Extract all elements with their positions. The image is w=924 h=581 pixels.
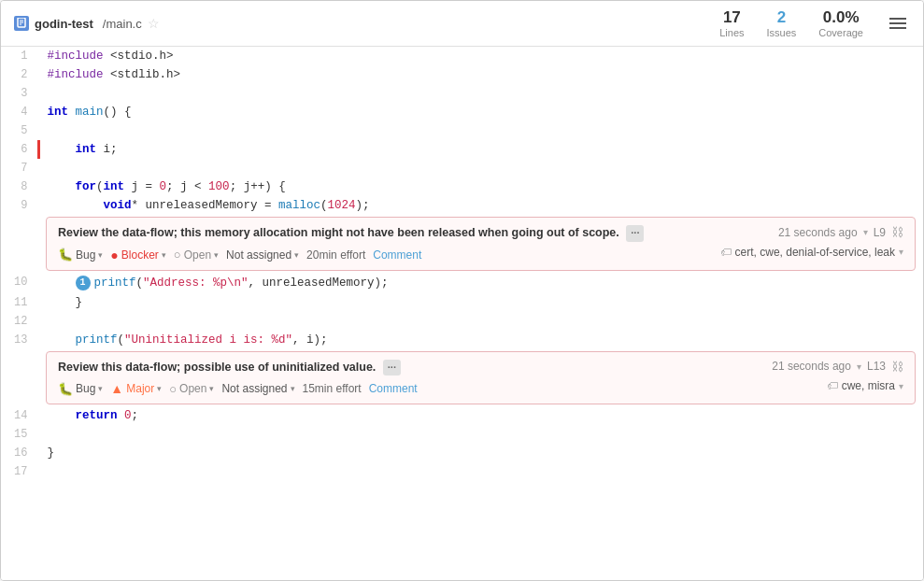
line-number: 10 <box>1 273 38 293</box>
tag-icon-1: 🏷 <box>720 246 732 259</box>
file-path: /main.c <box>103 17 142 31</box>
chevron-down-icon-1[interactable]: ▾ <box>863 227 868 237</box>
line-content <box>38 425 923 444</box>
line-number: 3 <box>1 84 38 103</box>
issue-block-2: Review this data-flow; possible use of u… <box>46 351 916 405</box>
issue-assign-badge-2[interactable]: Not assigned ▾ <box>221 382 294 395</box>
line-content: void* unreleasedMemory = malloc(1024); <box>38 196 923 215</box>
table-row: 3 <box>1 84 923 103</box>
line-content: #include <stdio.h> <box>38 47 923 65</box>
issues-value: 2 <box>777 8 786 27</box>
status-chevron-1[interactable]: ▾ <box>214 250 219 260</box>
line-content: int i; <box>38 140 923 159</box>
issue-dots-2[interactable]: ··· <box>383 360 401 376</box>
issue-type-badge-1[interactable]: 🐛 Bug ▾ <box>58 248 103 262</box>
tags-chevron-2[interactable]: ▾ <box>899 381 903 391</box>
line-content: } <box>38 293 923 312</box>
chevron-down-icon-2[interactable]: ▾ <box>857 361 861 372</box>
line-number: 6 <box>1 140 38 159</box>
lines-value: 17 <box>723 8 741 27</box>
bug-icon-1: 🐛 <box>58 248 73 262</box>
issue-assign-badge-1[interactable]: Not assigned ▾ <box>226 248 299 262</box>
line-content: return 0; <box>38 406 923 425</box>
line-content <box>38 159 923 177</box>
table-row: 17 <box>1 462 923 481</box>
issue-status-badge-2[interactable]: ○ Open ▾ <box>169 382 214 396</box>
issue-title-row-1: Review the data-flow; this memory alloca… <box>58 225 903 242</box>
line-content <box>38 312 923 331</box>
assign-label-2: Not assigned <box>221 382 287 395</box>
issue-row-2: Review this data-flow; possible use of u… <box>1 349 923 407</box>
stat-issues: 2 Issues <box>767 8 797 38</box>
tags-chevron-1[interactable]: ▾ <box>899 247 903 257</box>
link-icon-1[interactable]: ⛓ <box>891 225 903 239</box>
issue-gutter <box>1 215 38 273</box>
line-number: 2 <box>1 65 38 84</box>
stat-coverage: 0.0% Coverage <box>818 8 863 38</box>
line-content: } <box>38 444 923 462</box>
line-content <box>38 84 923 103</box>
line-content: 1printf("Address: %p\n", unreleasedMemor… <box>38 273 923 293</box>
table-row: 2 #include <stdlib.h> <box>1 65 923 84</box>
issue-cell-1: Review the data-flow; this memory alloca… <box>38 215 923 273</box>
line-number: 11 <box>1 293 38 312</box>
line-number: 5 <box>1 121 38 140</box>
star-icon[interactable]: ☆ <box>148 16 160 31</box>
line-content: #include <stdlib.h> <box>38 65 923 84</box>
assign-chevron-1[interactable]: ▾ <box>294 250 299 260</box>
issue-status-badge-1[interactable]: ○ Open ▾ <box>174 248 219 262</box>
assign-chevron-2[interactable]: ▾ <box>291 384 295 393</box>
issue-gutter-2 <box>1 349 38 407</box>
issue-time-2: 21 seconds ago <box>772 360 851 373</box>
line-content: for(int j = 0; j < 100; j++) { <box>38 177 923 196</box>
severity-label-2: Major <box>126 382 154 395</box>
severity-label-1: Blocker <box>121 248 159 262</box>
type-chevron-2[interactable]: ▾ <box>98 384 103 393</box>
severity-chevron-1[interactable]: ▾ <box>162 250 166 260</box>
code-table: 1 #include <stdio.h> 2 #include <stdlib.… <box>1 47 923 481</box>
issue-lineref-1: L9 <box>874 226 886 239</box>
status-chevron-2[interactable]: ▾ <box>209 384 214 393</box>
issue-comment-link-2[interactable]: Comment <box>369 382 418 395</box>
issue-actions-row-1: 🐛 Bug ▾ ● Blocker ▾ <box>58 242 903 262</box>
issue-comment-link-1[interactable]: Comment <box>373 248 421 262</box>
issue-type-badge-2[interactable]: 🐛 Bug ▾ <box>58 382 103 396</box>
project-icon <box>14 16 29 31</box>
menu-button[interactable] <box>886 14 910 33</box>
issue-actions-row-2: 🐛 Bug ▾ ▲ Major ▾ <box>58 376 903 396</box>
line-content: printf("Uninitialized i is: %d", i); <box>38 331 923 349</box>
line-number: 8 <box>1 177 38 196</box>
link-icon-2[interactable]: ⛓ <box>891 360 903 374</box>
tags-label-2[interactable]: 🏷 cwe, misra ▾ <box>827 379 903 392</box>
table-row: 1 #include <stdio.h> <box>1 47 923 65</box>
tags-text-1: cert, cwe, denial-of-service, leak <box>735 246 895 259</box>
line-number: 4 <box>1 103 38 121</box>
status-icon-1: ○ <box>174 248 181 262</box>
line-number: 15 <box>1 425 38 444</box>
line-number: 9 <box>1 196 38 215</box>
bug-icon-2: 🐛 <box>58 382 73 396</box>
line-number: 12 <box>1 312 38 331</box>
status-icon-2: ○ <box>169 382 177 396</box>
line-content <box>38 462 923 481</box>
issue-dots-1[interactable]: ··· <box>626 225 644 241</box>
assign-label-1: Not assigned <box>226 248 291 262</box>
tags-section-2: 🏷 cwe, misra ▾ <box>827 379 903 392</box>
table-row: 6 int i; <box>1 140 923 159</box>
line-content <box>38 121 923 140</box>
table-row: 9 void* unreleasedMemory = malloc(1024); <box>1 196 923 215</box>
issue-severity-badge-1[interactable]: ● Blocker ▾ <box>110 248 165 262</box>
line-number: 14 <box>1 406 38 425</box>
issue-actions-1: 🐛 Bug ▾ ● Blocker ▾ <box>58 248 421 262</box>
table-row: 4 int main() { <box>1 103 923 121</box>
issue-title-row-2: Review this data-flow; possible use of u… <box>58 360 903 376</box>
issue-effort-1: 20min effort <box>306 248 365 262</box>
table-row: 7 <box>1 159 923 177</box>
line-content: int main() { <box>38 103 923 121</box>
severity-chevron-2[interactable]: ▾ <box>157 384 162 393</box>
issue-severity-badge-2[interactable]: ▲ Major ▾ <box>110 381 162 396</box>
type-chevron-1[interactable]: ▾ <box>98 250 103 260</box>
severity-icon-1: ● <box>110 248 118 262</box>
tags-label-1[interactable]: 🏷 cert, cwe, denial-of-service, leak ▾ <box>720 246 903 259</box>
issue-type-label-1: Bug <box>76 248 95 262</box>
